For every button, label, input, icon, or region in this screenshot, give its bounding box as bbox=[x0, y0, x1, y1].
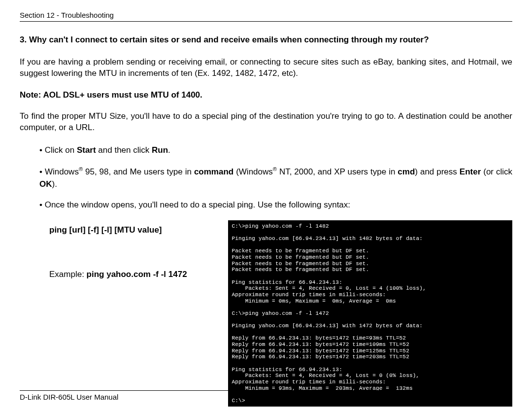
text: and then click bbox=[96, 145, 152, 155]
paragraph-intro: If you are having a problem sending or r… bbox=[20, 57, 512, 79]
terminal-screenshot: C:\>ping yahoo.com -f -l 1482 Pinging ya… bbox=[228, 220, 513, 407]
reg-icon: ® bbox=[273, 166, 277, 172]
question-heading: 3. Why can't I connect to certain sites … bbox=[20, 34, 512, 46]
text: Windows bbox=[45, 167, 79, 176]
instruction-list: • Click on Start and then click Run. • W… bbox=[20, 144, 512, 211]
note-aol: Note: AOL DSL+ users must use MTU of 140… bbox=[20, 90, 512, 100]
page-header: Section 12 - Troubleshooting bbox=[20, 11, 512, 22]
page-footer: D-Link DIR-605L User Manual 81 bbox=[20, 390, 512, 401]
section-label: Section 12 - Troubleshooting bbox=[20, 11, 114, 19]
reg-icon: ® bbox=[79, 166, 83, 172]
kw-enter: Enter bbox=[460, 167, 481, 176]
text: (or click bbox=[481, 167, 512, 176]
text: . bbox=[168, 145, 170, 155]
ping-example: Example: ping yahoo.com -f -l 1472 bbox=[49, 270, 216, 279]
kw-start: Start bbox=[77, 145, 96, 155]
text: ). bbox=[52, 179, 57, 189]
kw-command: command bbox=[194, 167, 233, 176]
syntax-column: ping [url] [-f] [-l] [MTU value] Example… bbox=[20, 220, 216, 279]
kw-cmd: cmd bbox=[398, 167, 415, 176]
bullet-command: • Windows® 95, 98, and Me users type in … bbox=[39, 165, 512, 190]
text: ) and press bbox=[415, 167, 459, 176]
text: Click on bbox=[45, 145, 77, 155]
syntax-row: ping [url] [-f] [-l] [MTU value] Example… bbox=[20, 220, 512, 407]
paragraph-mtu: To find the proper MTU Size, you'll have… bbox=[20, 111, 512, 134]
bullet-start-run: • Click on Start and then click Run. bbox=[39, 144, 512, 157]
page-number: 81 bbox=[504, 393, 512, 401]
text: NT, 2000, and XP users type in bbox=[277, 167, 398, 176]
kw-run: Run bbox=[152, 145, 168, 155]
ping-syntax: ping [url] [-f] [-l] [MTU value] bbox=[49, 225, 216, 235]
example-label: Example: bbox=[49, 270, 87, 279]
kw-ok: OK bbox=[39, 179, 52, 189]
bullet-special-ping: • Once the window opens, you'll need to … bbox=[39, 199, 512, 211]
text: Once the window opens, you'll need to do… bbox=[45, 200, 350, 209]
text: 95, 98, and Me users type in bbox=[83, 167, 194, 176]
manual-title: D-Link DIR-605L User Manual bbox=[20, 393, 118, 401]
text: (Windows bbox=[233, 167, 273, 176]
page: Section 12 - Troubleshooting 3. Why can'… bbox=[0, 0, 532, 411]
example-command: ping yahoo.com -f -l 1472 bbox=[87, 270, 187, 279]
